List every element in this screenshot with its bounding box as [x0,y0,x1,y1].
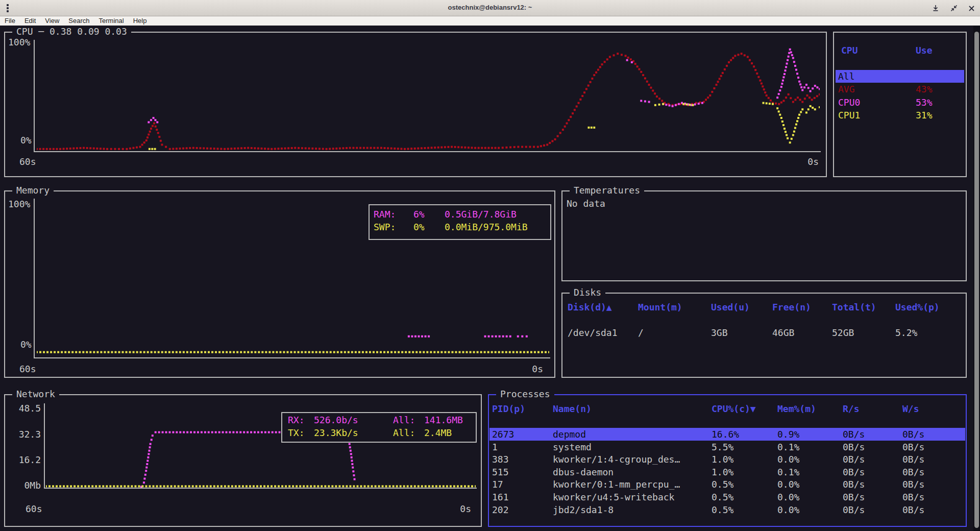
process-cell-5-5[interactable]: 0B/s [902,492,924,503]
disk-cell-0-1[interactable]: / [638,327,644,339]
network-panel[interactable]: Network 48.5 32.3 16.2 0Mb 60s 0s RX: 52… [4,394,482,527]
network-rate-legend: RX: 526.0b/s All: 141.6MB TX: 23.3Kb/s A… [281,412,477,443]
disks-header-4[interactable]: Total(t) [832,302,876,313]
process-cell-3-4[interactable]: 0B/s [843,467,865,478]
process-cell-4-2[interactable]: 0.5% [712,479,733,490]
process-cell-0-4[interactable]: 0B/s [843,429,865,440]
process-cell-6-5[interactable]: 0B/s [902,504,924,516]
disk-cell-0-3[interactable]: 46GB [772,327,794,339]
disk-cell-0-4[interactable]: 52GB [832,327,854,339]
scrollbar-thumb[interactable] [974,32,979,528]
close-icon [968,5,975,12]
disks-header-5[interactable]: Used%(p) [895,302,940,313]
process-cell-3-3[interactable]: 0.1% [777,467,799,478]
restore-button[interactable] [948,3,960,14]
process-cell-2-0[interactable]: 383 [492,454,509,465]
cpu-row-name-all[interactable]: All [838,71,855,82]
process-cell-4-1[interactable]: kworker/0:1-mm_percpu_… [553,479,680,490]
process-cell-3-5[interactable]: 0B/s [902,467,924,478]
cpu-legend-panel[interactable]: CPUUseAllAVG43%CPU053%CPU131% [833,32,967,177]
menu-item-file[interactable]: File [0,16,20,25]
process-cell-2-4[interactable]: 0B/s [843,454,865,465]
cpu-x-right-label: 0s [807,156,819,167]
process-cell-5-4[interactable]: 0B/s [843,492,865,503]
process-cell-0-1[interactable]: depmod [553,429,586,440]
process-cell-6-2[interactable]: 0.5% [712,504,733,516]
process-cell-0-2[interactable]: 16.6% [712,429,739,440]
cpu-row-name-cpu0[interactable]: CPU0 [838,97,860,108]
process-cell-4-5[interactable]: 0B/s [902,479,924,490]
process-cell-6-3[interactable]: 0.0% [777,504,799,516]
process-cell-1-1[interactable]: systemd [553,442,592,453]
process-cell-5-0[interactable]: 161 [492,492,509,503]
rx-rate: 526.0b/s [314,415,358,426]
cpu-row-use-cpu1: 31% [916,110,933,121]
cpu-row-name-avg[interactable]: AVG [838,84,855,95]
disk-cell-0-5[interactable]: 5.2% [895,327,917,339]
processes-panel[interactable]: Processes PID(p)Name(n)CPU%(c)▼Mem%(m)R/… [488,394,967,527]
process-cell-6-1[interactable]: jbd2/sda1-8 [553,504,614,516]
cpu-row-selection[interactable] [836,70,964,83]
process-cell-1-4[interactable]: 0B/s [843,442,865,453]
process-cell-1-0[interactable]: 1 [492,442,498,453]
disks-header-2[interactable]: Used(u) [711,302,750,313]
process-cell-2-3[interactable]: 0.0% [777,454,799,465]
menu-item-edit[interactable]: Edit [20,16,40,25]
process-cell-0-5[interactable]: 0B/s [902,429,924,440]
tx-all-label: All: [393,427,415,439]
processes-header-1[interactable]: Name(n) [553,403,592,415]
process-cell-5-1[interactable]: kworker/u4:5-writeback [553,492,674,503]
cpu-graph [37,41,820,151]
disks-panel[interactable]: Disks Disk(d)▲Mount(m)Used(u)Free(n)Tota… [561,293,967,378]
minimize-button[interactable] [930,3,941,14]
process-cell-5-3[interactable]: 0.0% [777,492,799,503]
process-cell-6-4[interactable]: 0B/s [843,504,865,516]
menu-item-help[interactable]: Help [129,16,152,25]
close-button[interactable] [966,3,977,14]
cpu-row-name-cpu1[interactable]: CPU1 [838,110,860,121]
disks-panel-title: Disks [570,287,605,298]
network-ytick-16: 16.2 [6,454,41,466]
process-cell-2-2[interactable]: 1.0% [712,454,733,465]
disk-cell-0-0[interactable]: /dev/sda1 [568,327,618,339]
process-cell-1-2[interactable]: 5.5% [712,442,733,453]
process-cell-2-1[interactable]: kworker/1:4-cgroup_des… [553,454,680,465]
menu-item-view[interactable]: View [40,16,64,25]
disks-header-3[interactable]: Free(n) [772,302,811,313]
disks-header-0[interactable]: Disk(d)▲ [568,302,612,313]
scrollbar-track[interactable] [973,26,980,531]
process-cell-0-3[interactable]: 0.9% [777,429,799,440]
processes-panel-title: Processes [496,389,554,400]
process-cell-5-2[interactable]: 0.5% [712,492,733,503]
memory-y-max-label: 100% [8,199,30,210]
process-cell-1-5[interactable]: 0B/s [902,442,924,453]
process-cell-2-5[interactable]: 0B/s [902,454,924,465]
process-cell-0-0[interactable]: 2673 [492,429,514,440]
process-cell-3-2[interactable]: 1.0% [712,467,733,478]
process-cell-1-3[interactable]: 0.1% [777,442,799,453]
disk-cell-0-2[interactable]: 3GB [711,327,728,339]
process-cell-3-1[interactable]: dbus-daemon [553,467,614,478]
disks-header-1[interactable]: Mount(m) [638,302,682,313]
menu-item-terminal[interactable]: Terminal [94,16,129,25]
process-cell-3-0[interactable]: 515 [492,467,509,478]
processes-header-5[interactable]: W/s [902,403,919,415]
use-column-header[interactable]: Use [916,45,933,56]
process-cell-4-3[interactable]: 0.0% [777,479,799,490]
cpu-panel[interactable]: CPU ─ 0.38 0.09 0.03 100% 0% 60s 0s [4,32,827,177]
processes-header-0[interactable]: PID(p) [492,403,525,415]
memory-panel[interactable]: Memory 100% 0% 60s 0s RAM: 6% 0.5GiB/7.8… [4,190,555,378]
network-ytick-0: 0Mb [6,480,41,491]
memory-y-min-label: 0% [20,339,32,350]
memory-x-axis [34,357,550,358]
cpu-column-header[interactable]: CPU [841,45,858,56]
temperatures-panel[interactable]: Temperatures No data [561,190,967,281]
window-title: ostechnix@debiansrv12: ~ [0,4,980,11]
process-cell-4-0[interactable]: 17 [492,479,503,490]
process-cell-4-4[interactable]: 0B/s [843,479,865,490]
processes-header-2[interactable]: CPU%(c)▼ [712,403,756,415]
processes-header-3[interactable]: Mem%(m) [777,403,816,415]
processes-header-4[interactable]: R/s [843,403,860,415]
menu-item-search[interactable]: Search [64,16,94,25]
process-cell-6-0[interactable]: 202 [492,504,509,516]
